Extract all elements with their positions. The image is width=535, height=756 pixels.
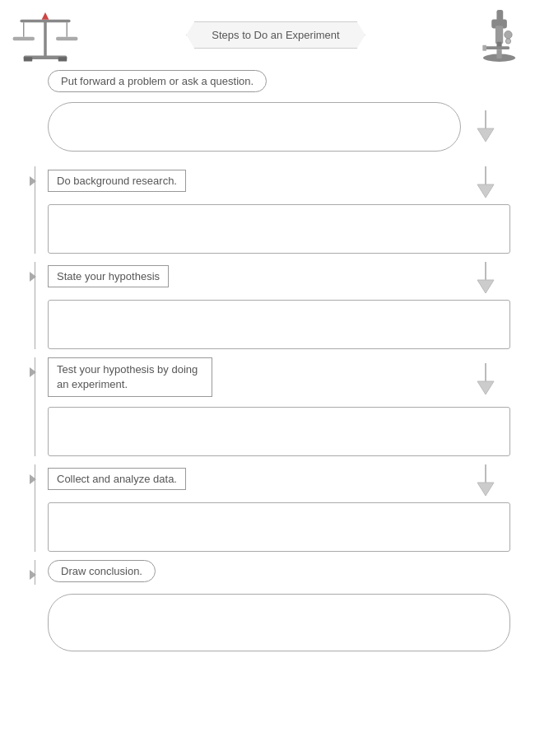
- svg-rect-17: [496, 49, 501, 58]
- svg-point-18: [505, 30, 512, 38]
- svg-rect-2: [20, 19, 70, 22]
- step-4-label: Collect and analyze data.: [48, 468, 186, 490]
- step-2-arrow: [473, 262, 498, 295]
- header: Steps to Do an Experiment: [0, 0, 535, 66]
- step-5-label: Draw conclusion.: [48, 560, 156, 582]
- microscope-icon: [469, 7, 527, 64]
- svg-point-19: [505, 38, 510, 43]
- step-0-arrow: [473, 110, 498, 143]
- step-3-section: Test your hypothesis by doing an experim…: [25, 357, 510, 456]
- step-4-section: Collect and analyze data.: [25, 464, 510, 552]
- svg-marker-29: [477, 483, 494, 496]
- step-0-input[interactable]: [48, 102, 461, 152]
- svg-rect-12: [495, 26, 503, 44]
- step-2-arrow-pointer: [30, 272, 36, 282]
- step-5-section: Draw conclusion.: [25, 560, 510, 651]
- step-4-arrow: [473, 464, 498, 497]
- svg-marker-21: [477, 128, 494, 142]
- step-3-label: Test your hypothesis by doing an experim…: [48, 357, 212, 397]
- svg-marker-23: [477, 184, 494, 198]
- step-1-label: Do background research.: [48, 170, 186, 192]
- page-wrapper: Steps to Do an Experiment: [0, 0, 535, 676]
- scale-icon: [8, 7, 82, 64]
- svg-rect-14: [484, 46, 509, 49]
- svg-rect-1: [44, 21, 47, 57]
- step-2-label: State your hypothesis: [48, 265, 169, 287]
- header-title: Steps to Do an Experiment: [212, 29, 339, 41]
- step-1-section: Do background research.: [25, 166, 510, 254]
- step-4-arrow-pointer: [30, 474, 36, 484]
- step-1-input[interactable]: [48, 204, 510, 254]
- header-title-container: Steps to Do an Experiment: [82, 21, 469, 49]
- step-3-arrow-pointer: [30, 367, 36, 377]
- svg-rect-15: [482, 44, 486, 50]
- step-4-input[interactable]: [48, 502, 510, 552]
- step-0-section: Put forward a problem or ask a question.: [25, 70, 510, 160]
- step-5-arrow-pointer: [30, 570, 36, 580]
- step-0-label: Put forward a problem or ask a question.: [48, 70, 267, 92]
- svg-marker-25: [477, 280, 494, 293]
- step-1-arrow: [473, 166, 498, 199]
- banner: Steps to Do an Experiment: [186, 21, 365, 49]
- svg-rect-7: [56, 36, 77, 40]
- svg-marker-3: [42, 12, 49, 20]
- step-3-input[interactable]: [48, 407, 510, 456]
- step-2-input[interactable]: [48, 300, 510, 349]
- svg-marker-27: [477, 381, 494, 394]
- svg-rect-6: [13, 36, 35, 40]
- svg-rect-8: [24, 57, 33, 61]
- step-2-section: State your hypothesis: [25, 262, 510, 349]
- step-5-input[interactable]: [48, 594, 510, 651]
- step-1-arrow-pointer: [30, 176, 36, 186]
- svg-rect-9: [58, 57, 67, 61]
- step-3-arrow: [473, 363, 498, 396]
- main-content: Put forward a problem or ask a question.: [0, 66, 535, 676]
